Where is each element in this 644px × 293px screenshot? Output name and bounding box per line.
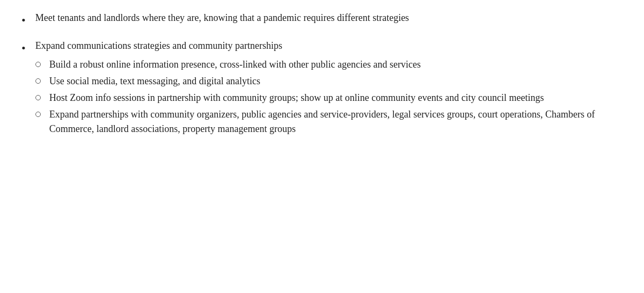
content-wrapper: •Meet tenants and landlords where they a… bbox=[21, 11, 623, 138]
main-list: •Meet tenants and landlords where they a… bbox=[21, 11, 623, 138]
sub-item-text: Host Zoom info sessions in partnership w… bbox=[49, 91, 623, 105]
sub-bullet-icon bbox=[35, 95, 41, 100]
bullet-icon: • bbox=[21, 11, 26, 29]
bullet-icon: • bbox=[21, 39, 26, 57]
list-item: Use social media, text messaging, and di… bbox=[35, 74, 623, 89]
list-item: •Expand communications strategies and co… bbox=[21, 39, 623, 138]
sub-bullet-icon bbox=[35, 62, 41, 67]
list-item: Host Zoom info sessions in partnership w… bbox=[35, 91, 623, 105]
item-text: Expand communications strategies and com… bbox=[35, 39, 623, 138]
list-item: Expand partnerships with community organ… bbox=[35, 107, 623, 136]
sub-bullet-icon bbox=[35, 78, 41, 84]
list-item: Build a robust online information presen… bbox=[35, 57, 623, 72]
sub-list: Build a robust online information presen… bbox=[35, 57, 623, 136]
list-item: •Meet tenants and landlords where they a… bbox=[21, 11, 623, 29]
sub-item-text: Build a robust online information presen… bbox=[49, 57, 623, 72]
main-item-text: Expand communications strategies and com… bbox=[35, 40, 282, 51]
item-text: Meet tenants and landlords where they ar… bbox=[35, 11, 623, 25]
sub-bullet-icon bbox=[35, 112, 41, 117]
sub-item-text: Use social media, text messaging, and di… bbox=[49, 74, 623, 89]
main-item-text: Meet tenants and landlords where they ar… bbox=[35, 12, 409, 23]
sub-item-text: Expand partnerships with community organ… bbox=[49, 107, 623, 136]
